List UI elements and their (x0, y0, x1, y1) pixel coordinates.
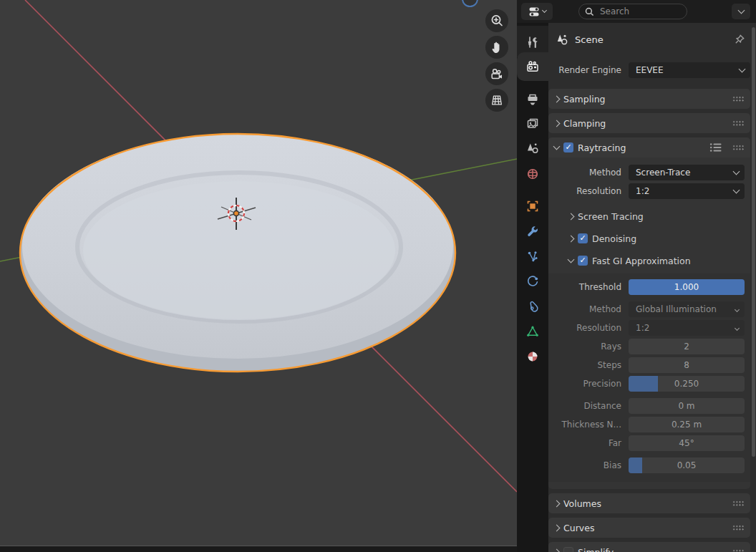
scene-breadcrumb-label[interactable]: Scene (575, 34, 604, 45)
denoising-checkbox[interactable]: ✓ (578, 233, 588, 243)
gi-resolution-select[interactable]: 1:2 (629, 320, 745, 336)
editor-divider[interactable] (0, 546, 517, 552)
fast-gi-subpanel-header[interactable]: ✓ Fast GI Approximation (548, 252, 750, 269)
properties-scrollbar[interactable] (752, 27, 755, 457)
distance-field[interactable]: 0 m (629, 398, 745, 414)
screen-tracing-subpanel-header[interactable]: Screen Tracing (548, 208, 750, 225)
thickness-row: Thickness N... 0.25 m (548, 417, 745, 432)
breadcrumb: Scene (556, 30, 746, 49)
tab-object-data-properties[interactable] (517, 321, 548, 342)
panel-list: Sampling Clamping (548, 89, 756, 552)
chevron-down-icon (735, 306, 740, 311)
drag-handle-icon[interactable] (732, 549, 745, 552)
tab-physics-properties[interactable] (517, 271, 548, 292)
precision-row: Precision 0.250 (548, 376, 745, 392)
render-engine-label: Render Engine (548, 65, 629, 75)
editor-options-button[interactable] (732, 4, 750, 19)
far-field[interactable]: 45° (629, 435, 745, 451)
drag-handle-icon[interactable] (732, 525, 745, 531)
pan-button[interactable] (485, 36, 508, 59)
scene-icon (556, 33, 569, 47)
tool-icon (525, 35, 540, 49)
raytracing-checkbox[interactable]: ✓ (563, 142, 573, 152)
drag-handle-icon[interactable] (732, 145, 745, 151)
render-properties-icon (525, 59, 540, 74)
bias-row: Bias 0.05 (548, 457, 745, 473)
3d-viewport[interactable] (0, 0, 517, 552)
camera-view-icon (489, 66, 505, 82)
drag-handle-icon[interactable] (732, 96, 745, 102)
toggle-ortho-button[interactable] (485, 89, 508, 112)
fast-gi-checkbox[interactable]: ✓ (578, 256, 588, 266)
raytracing-panel-body: Method Screen-Trace Resolution 1:2 (548, 158, 750, 489)
chevron-down-icon (737, 7, 745, 14)
chevron-right-icon (553, 120, 561, 127)
tab-world-properties[interactable] (517, 163, 548, 185)
tab-scene-properties[interactable] (517, 137, 548, 159)
panel-curves: Curves (548, 518, 750, 538)
object-data-properties-icon (525, 324, 540, 339)
tab-material-properties[interactable] (517, 346, 548, 367)
zoom-button[interactable] (485, 9, 508, 32)
raytracing-method-select[interactable]: Screen-Trace (629, 165, 745, 180)
tab-object-properties[interactable] (517, 195, 548, 217)
drag-handle-icon[interactable] (732, 120, 745, 127)
panel-simplify: Simplify (548, 542, 750, 552)
gi-resolution-row: Resolution 1:2 (548, 320, 745, 336)
render-engine-row: Render Engine EEVEE (548, 62, 750, 79)
properties-header (517, 0, 756, 23)
magnifier-plus-icon (489, 13, 505, 29)
threshold-slider[interactable]: 1.000 (629, 279, 745, 295)
physics-properties-icon (525, 274, 540, 289)
object-properties-icon (525, 199, 540, 213)
plate-object[interactable] (20, 134, 455, 372)
thickness-field[interactable]: 0.25 m (629, 417, 745, 432)
chevron-down-icon (733, 187, 740, 194)
rays-field[interactable]: 2 (629, 339, 745, 354)
tab-modifier-properties[interactable] (517, 221, 548, 242)
tab-constraint-properties[interactable] (517, 296, 548, 317)
chevron-right-icon (553, 95, 561, 102)
pin-icon[interactable] (733, 33, 746, 46)
clamping-panel-header[interactable]: Clamping (548, 113, 750, 133)
scene-properties-icon (525, 141, 540, 155)
panel-volumes: Volumes (548, 493, 750, 513)
raytracing-resolution-select[interactable]: 1:2 (629, 183, 745, 199)
tab-render-properties[interactable] (517, 52, 548, 81)
method-row: Method Screen-Trace (548, 165, 745, 180)
chevron-right-icon (553, 524, 561, 531)
grid-ortho-icon (489, 92, 505, 108)
steps-field[interactable]: 8 (629, 357, 745, 373)
sampling-panel-header[interactable]: Sampling (548, 89, 750, 109)
bias-slider[interactable]: 0.05 (629, 457, 745, 473)
tab-output-properties[interactable] (517, 89, 548, 110)
chevron-down-icon (553, 143, 561, 150)
render-engine-select[interactable]: EEVEE (629, 62, 750, 78)
search-input[interactable] (598, 6, 681, 17)
denoising-subpanel-header[interactable]: ✓ Denoising (548, 230, 750, 247)
gi-method-select[interactable]: Global Illumination (629, 301, 745, 317)
chevron-down-icon (568, 256, 575, 263)
particle-properties-icon (525, 249, 540, 263)
camera-view-button[interactable] (485, 62, 508, 85)
drag-handle-icon[interactable] (732, 500, 745, 507)
constraint-properties-icon (525, 299, 540, 314)
presets-list-icon[interactable] (709, 142, 722, 152)
world-properties-icon (525, 167, 540, 181)
tab-tool-properties[interactable] (517, 32, 548, 53)
simplify-checkbox[interactable] (563, 547, 573, 552)
raytracing-panel-header[interactable]: ✓ Raytracing (548, 137, 750, 158)
chevron-down-icon (735, 325, 740, 330)
tab-particle-properties[interactable] (517, 246, 548, 267)
tab-view-layer-properties[interactable] (517, 113, 548, 135)
properties-editor: Scene Render Engine EEVEE (517, 0, 756, 552)
simplify-panel-header[interactable]: Simplify (548, 542, 750, 552)
curves-panel-header[interactable]: Curves (548, 518, 750, 538)
panel-clamping: Clamping (548, 113, 750, 133)
volumes-panel-header[interactable]: Volumes (548, 493, 750, 513)
chevron-right-icon (553, 548, 561, 552)
view-layer-properties-icon (525, 117, 540, 131)
search-field[interactable] (578, 4, 687, 19)
editor-type-button[interactable] (521, 3, 553, 20)
precision-slider[interactable]: 0.250 (629, 376, 745, 392)
